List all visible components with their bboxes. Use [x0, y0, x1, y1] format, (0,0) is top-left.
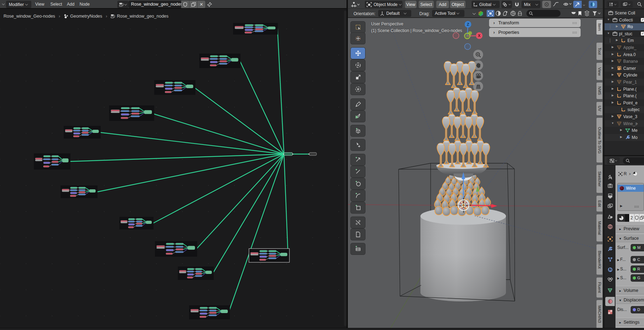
svg-text:Z: Z: [467, 22, 469, 26]
svg-text:X: X: [478, 33, 481, 38]
